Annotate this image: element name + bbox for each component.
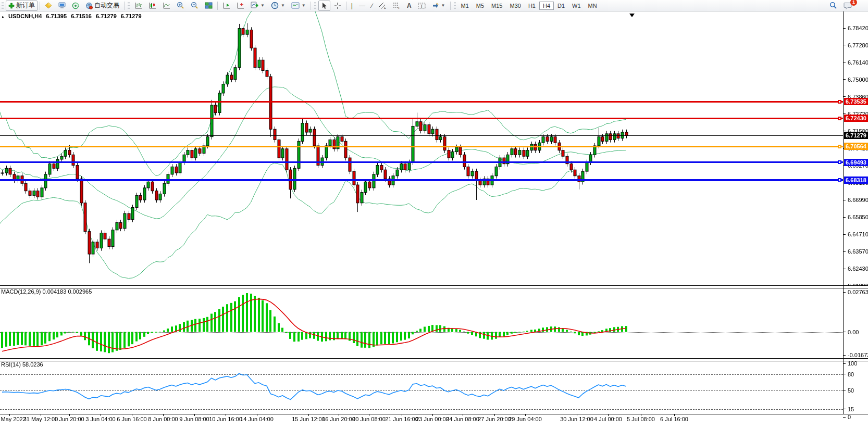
- candlestick-chart-icon: [148, 2, 156, 9]
- channel-tool-button[interactable]: E: [376, 1, 389, 11]
- level-line-resistance-upper[interactable]: [0, 101, 843, 103]
- price-tick-label: 6.62430: [848, 266, 868, 272]
- level-line-current-price[interactable]: [0, 135, 843, 136]
- timeframe-button-w1[interactable]: W1: [568, 2, 585, 10]
- market-watch-button[interactable]: [56, 1, 68, 11]
- time-label: 31 May 12:00: [23, 416, 58, 422]
- zoom-in-button[interactable]: [174, 1, 187, 11]
- search-button[interactable]: [827, 1, 840, 11]
- auto-scroll-button[interactable]: [220, 1, 233, 11]
- chart-shift-button[interactable]: [234, 1, 247, 11]
- macd-indicator-label: MACD(12,26,9) 0.004183 0.002965: [1, 288, 92, 295]
- level-line-resistance-lower[interactable]: [0, 118, 843, 119]
- price-tick-label: 6.64710: [848, 231, 868, 237]
- chevron-down-icon: ▼: [302, 3, 306, 8]
- shapes-tool-button[interactable]: ▼: [429, 1, 448, 11]
- bar-chart-type-button[interactable]: [132, 1, 145, 11]
- panel-splitter-price-macd[interactable]: [0, 285, 868, 288]
- chevron-down-icon: ▼: [261, 3, 265, 8]
- time-label: 6 Jul 16:00: [660, 416, 688, 422]
- autotrading-label: 自动交易: [94, 1, 119, 10]
- timeframe-button-m1[interactable]: M1: [457, 2, 473, 10]
- candlestick-chart-type-button[interactable]: [146, 1, 159, 11]
- time-label: 23 Jun 00:00: [416, 416, 449, 422]
- trendline-tool-button[interactable]: ∕: [369, 1, 375, 11]
- expand-arrow-icon[interactable]: ▸: [2, 15, 4, 19]
- line-chart-icon: [163, 2, 170, 9]
- level-line-support-lower[interactable]: [0, 179, 843, 181]
- time-axis-line: [0, 414, 868, 414]
- fibonacci-icon: F: [393, 2, 401, 9]
- equidistant-channel-icon: E: [379, 2, 387, 9]
- level-marker-pivot-orange: [838, 145, 841, 148]
- timeframe-button-m5[interactable]: M5: [473, 2, 488, 10]
- level-price-label-current-price: 6.71279: [844, 132, 868, 139]
- price-chart-canvas[interactable]: [0, 0, 868, 429]
- trendline-icon: ∕: [371, 3, 373, 9]
- timeframe-button-m30[interactable]: M30: [506, 2, 524, 10]
- notifications-button[interactable]: 1: [841, 1, 854, 11]
- horizontal-line-tool-button[interactable]: —: [356, 1, 368, 11]
- timeframe-button-m15[interactable]: M15: [488, 2, 506, 10]
- level-marker-resistance-upper: [838, 100, 841, 104]
- signals-button[interactable]: [69, 1, 82, 11]
- fibonacci-tool-button[interactable]: F: [390, 1, 403, 11]
- text-tool-button[interactable]: A: [404, 1, 414, 11]
- timeframe-group: M1M5M15M30H1H4D1W1MN: [457, 2, 601, 10]
- zoom-out-button[interactable]: [188, 1, 201, 11]
- bar-chart-icon: [134, 2, 142, 9]
- label-tool-button[interactable]: T: [415, 1, 428, 11]
- price-tick-label: 6.75000: [848, 77, 868, 83]
- price-tick-label: 6.77280: [848, 42, 868, 48]
- level-price-label-support-upper: 6.69493: [844, 159, 868, 166]
- time-label: 14 Jun 04:00: [240, 416, 274, 422]
- time-label: 30 May 2022: [0, 416, 26, 422]
- level-marker-resistance-lower: [838, 117, 841, 120]
- chart-shift-marker[interactable]: [629, 14, 635, 17]
- cursor-tool-button[interactable]: [318, 1, 330, 11]
- timeframe-button-d1[interactable]: D1: [554, 2, 568, 10]
- level-line-pivot-orange[interactable]: [0, 146, 843, 147]
- panel-splitter-macd-rsi[interactable]: [0, 358, 868, 361]
- level-price-label-resistance-lower: 6.72430: [844, 115, 868, 122]
- zoom-out-icon: [191, 2, 199, 9]
- crosshair-icon: [334, 2, 341, 9]
- level-price-label-resistance-upper: 6.73535: [844, 98, 868, 105]
- time-label: 1 Jun 20:00: [54, 416, 84, 422]
- price-tick-label: 6.63570: [848, 248, 868, 255]
- metaeditor-button[interactable]: [42, 1, 55, 11]
- autotrading-button[interactable]: 自动交易: [83, 1, 122, 11]
- clock-icon: [271, 2, 279, 9]
- tile-windows-icon: [205, 2, 213, 9]
- timeframe-button-h1[interactable]: H1: [525, 2, 539, 10]
- time-label: 27 Jun 20:00: [478, 416, 511, 422]
- periods-button[interactable]: ▼: [268, 1, 288, 11]
- vertical-line-tool-button[interactable]: |: [349, 1, 355, 11]
- rsi-tick-label: 0: [848, 414, 851, 420]
- tile-windows-button[interactable]: [202, 1, 215, 11]
- time-label: 30 Jun 12:00: [560, 416, 593, 422]
- notification-badge: 1: [850, 0, 857, 6]
- templates-icon: [291, 2, 300, 9]
- level-price-label-support-lower: 6.68318: [844, 176, 868, 184]
- time-label: 16 Jun 20:00: [322, 416, 355, 422]
- crosshair-tool-button[interactable]: [331, 1, 344, 11]
- price-tick-label: 6.66990: [848, 197, 868, 203]
- rsi-tick: [843, 417, 846, 418]
- horizontal-line-icon: —: [359, 3, 365, 9]
- level-line-support-upper[interactable]: [0, 161, 843, 163]
- line-chart-type-button[interactable]: [160, 1, 173, 11]
- level-marker-support-upper: [838, 160, 841, 164]
- timeframe-button-mn[interactable]: MN: [585, 2, 601, 10]
- svg-text:E: E: [384, 6, 386, 9]
- timeframe-button-h4[interactable]: H4: [539, 2, 554, 10]
- market-watch-icon: [58, 2, 66, 9]
- toolbar-grip: [2, 2, 4, 9]
- new-chart-button[interactable]: ▼: [248, 1, 267, 11]
- bar-low-value: 6.71279: [96, 13, 117, 19]
- svg-text:F: F: [398, 6, 400, 9]
- templates-button[interactable]: ▼: [289, 1, 308, 11]
- autotrading-globe-icon: [85, 2, 93, 9]
- time-label: 15 Jun 12:00: [292, 416, 325, 422]
- new-order-button[interactable]: 新订单: [6, 1, 38, 11]
